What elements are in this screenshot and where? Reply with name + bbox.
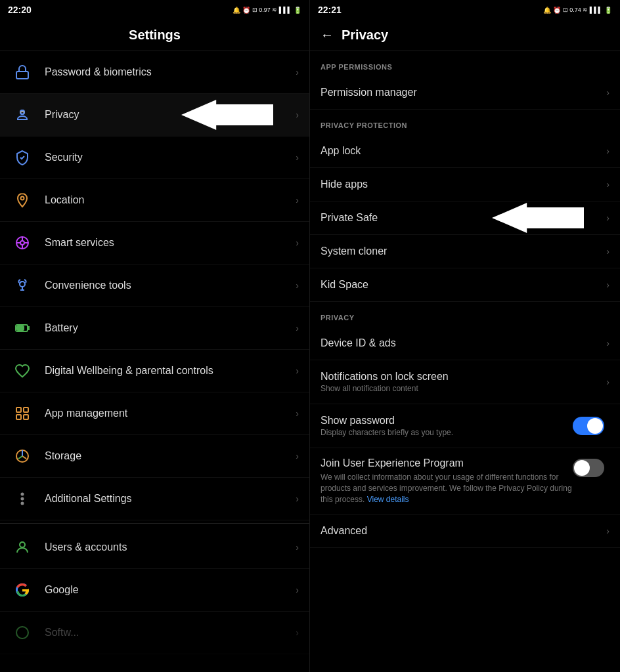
software-label: Softw... [45,627,296,639]
show-password-content: Show password Display characters briefly… [321,415,573,437]
app-lock-title: App lock [321,145,601,157]
chevron-location: › [296,195,299,205]
password-label: Password & biometrics [45,66,296,78]
convenience-icon [11,274,34,297]
notifications-lock-title: Notifications on lock screen [321,371,601,383]
settings-item-password[interactable]: Password & biometrics › [0,51,309,94]
hide-apps-content: Hide apps [321,178,601,190]
location-icon [11,188,34,212]
privacy-item-notifications-lock[interactable]: Notifications on lock screen Show all no… [310,360,620,404]
device-id-content: Device ID & ads [321,337,601,349]
svg-rect-14 [24,408,28,412]
privacy-item-user-experience[interactable]: Join User Experience Program We will col… [310,448,620,514]
privacy-item-private-safe[interactable]: Private Safe › [310,201,620,235]
svg-point-22 [16,627,28,639]
status-icons-left: 🔔 ⏰ ⊡ 0.97 ≋ ▌▌▌ 🔋 [232,7,301,14]
notifications-lock-subtitle: Show all notification content [321,384,601,393]
svg-rect-13 [16,408,21,412]
additional-icon [11,487,34,511]
battery-icon [11,316,34,340]
chevron-device-id: › [606,338,609,348]
privacy-header: ← Privacy [310,18,620,51]
settings-item-software[interactable]: Softw... › [0,612,309,654]
kid-space-title: Kid Space [321,279,601,291]
chevron-advanced: › [606,526,609,536]
chevron-system-cloner: › [606,246,609,257]
chevron-password: › [296,67,299,77]
user-experience-content: Join User Experience Program We will col… [321,457,573,505]
system-cloner-title: System cloner [321,245,601,257]
privacy-list: APP PERMISSIONS Permission manager › PRI… [310,51,620,672]
hide-apps-title: Hide apps [321,178,601,190]
system-cloner-content: System cloner [321,245,601,257]
settings-item-smart-services[interactable]: Smart services › [0,222,309,264]
chevron-security: › [296,152,299,163]
privacy-item-show-password[interactable]: Show password Display characters briefly… [310,404,620,448]
settings-item-location[interactable]: Location › [0,179,309,222]
location-label: Location [45,194,296,206]
chevron-smart: › [296,238,299,248]
back-button[interactable]: ← [321,28,334,43]
settings-item-wellbeing[interactable]: Digital Wellbeing & parental controls › [0,350,309,392]
privacy-item-device-id[interactable]: Device ID & ads › [310,327,620,360]
privacy-item-system-cloner[interactable]: System cloner › [310,235,620,268]
privacy-item-hide-apps[interactable]: Hide apps › [310,168,620,201]
svg-rect-0 [16,72,28,79]
user-experience-title: Join User Experience Program [321,457,573,469]
settings-item-convenience[interactable]: Convenience tools › [0,264,309,307]
privacy-item-advanced[interactable]: Advanced › [310,514,620,548]
users-icon [11,536,34,559]
svg-point-19 [22,498,24,500]
settings-list: Password & biometrics › Privacy › [0,51,309,672]
section-privacy-protection: PRIVACY PROTECTION [310,110,620,135]
status-icons-right: 🔔 ⏰ ⊡ 0.74 ≋ ▌▌▌ 🔋 [543,7,612,14]
settings-item-google[interactable]: Google › [0,569,309,612]
settings-item-storage[interactable]: Storage › [0,435,309,478]
smart-services-icon [11,231,34,255]
wellbeing-icon [11,359,34,383]
privacy-item-app-lock[interactable]: App lock › [310,135,620,168]
alarm-icon: ⏰ [242,7,250,14]
advanced-content: Advanced [321,525,601,537]
settings-divider [0,523,309,524]
battery-icon-right: 🔋 [604,7,612,14]
chevron-software: › [296,627,299,638]
settings-item-security[interactable]: Security › [0,136,309,179]
view-details-link[interactable]: View details [367,495,409,504]
svg-point-3 [21,197,24,200]
privacy-item-kid-space[interactable]: Kid Space › [310,268,620,302]
convenience-label: Convenience tools [45,280,296,291]
settings-item-battery[interactable]: Battery › [0,307,309,350]
section-app-permissions: APP PERMISSIONS [310,51,620,76]
privacy-item-permission-manager[interactable]: Permission manager › [310,76,620,110]
settings-title: Settings [0,18,309,51]
settings-item-apps[interactable]: App management › [0,392,309,435]
chevron-permission: › [606,87,609,98]
show-password-toggle[interactable] [573,417,604,435]
settings-item-additional[interactable]: Additional Settings › [0,478,309,520]
wellbeing-label: Digital Wellbeing & parental controls [45,365,296,377]
privacy-panel: 22:21 🔔 ⏰ ⊡ 0.74 ≋ ▌▌▌ 🔋 ← Privacy APP P… [310,0,620,672]
users-label: Users & accounts [45,541,296,553]
alarm-icon-right: ⏰ [553,7,561,14]
software-icon [11,621,34,644]
chevron-additional: › [296,494,299,504]
toggle-knob-show-password [587,418,603,434]
svg-point-21 [20,542,25,547]
permission-manager-content: Permission manager [321,87,601,98]
show-password-title: Show password [321,415,573,427]
section-privacy: PRIVACY [310,302,620,327]
storage-icon [11,444,34,468]
settings-panel: 22:20 🔔 ⏰ ⊡ 0.97 ≋ ▌▌▌ 🔋 Settings Passwo… [0,0,310,672]
svg-rect-12 [17,326,24,330]
kid-space-content: Kid Space [321,279,601,291]
settings-item-privacy[interactable]: Privacy › [0,94,309,136]
user-experience-toggle[interactable] [573,459,604,477]
privacy-icon [11,103,34,127]
privacy-arrow-annotation [181,100,273,130]
app-management-label: App management [45,408,296,419]
settings-item-users[interactable]: Users & accounts › [0,526,309,569]
chevron-hide-apps: › [606,179,609,190]
app-management-icon [11,402,34,425]
chevron-convenience: › [296,280,299,291]
